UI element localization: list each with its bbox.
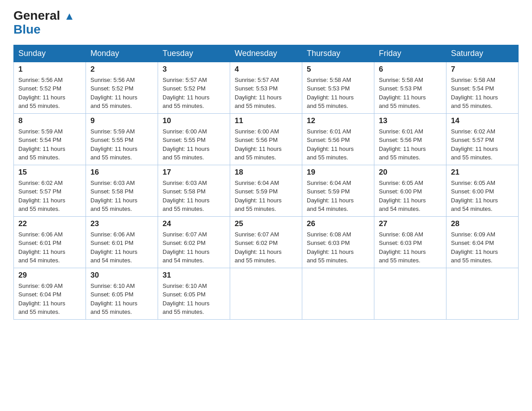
calendar-cell: 26 Sunrise: 6:08 AMSunset: 6:03 PMDaylig… <box>302 216 374 268</box>
logo-triangle-icon <box>64 12 74 21</box>
day-number: 23 <box>90 219 153 228</box>
day-number: 4 <box>235 65 297 74</box>
day-number: 24 <box>163 219 225 228</box>
week-row: 15 Sunrise: 6:02 AMSunset: 5:57 PMDaylig… <box>14 165 519 216</box>
calendar-cell: 21 Sunrise: 6:05 AMSunset: 6:00 PMDaylig… <box>446 165 519 216</box>
calendar-cell: 11 Sunrise: 6:00 AMSunset: 5:56 PMDaylig… <box>230 113 302 165</box>
day-header-sunday: Sunday <box>14 45 86 62</box>
calendar-cell: 2 Sunrise: 5:56 AMSunset: 5:52 PMDayligh… <box>86 62 158 113</box>
day-info: Sunrise: 5:57 AMSunset: 5:53 PMDaylight:… <box>235 77 282 110</box>
day-number: 20 <box>379 168 442 177</box>
day-info: Sunrise: 6:02 AMSunset: 5:57 PMDaylight:… <box>18 180 65 213</box>
day-info: Sunrise: 6:07 AMSunset: 6:02 PMDaylight:… <box>235 231 282 264</box>
day-info: Sunrise: 6:00 AMSunset: 5:56 PMDaylight:… <box>235 128 282 161</box>
calendar-cell: 14 Sunrise: 6:02 AMSunset: 5:57 PMDaylig… <box>446 113 519 165</box>
calendar-cell: 29 Sunrise: 6:09 AMSunset: 6:04 PMDaylig… <box>14 268 86 319</box>
calendar-cell: 16 Sunrise: 6:03 AMSunset: 5:58 PMDaylig… <box>86 165 158 216</box>
day-number: 9 <box>90 116 153 125</box>
day-info: Sunrise: 6:01 AMSunset: 5:56 PMDaylight:… <box>379 128 426 161</box>
calendar-cell: 9 Sunrise: 5:59 AMSunset: 5:55 PMDayligh… <box>86 113 158 165</box>
day-number: 26 <box>307 219 369 228</box>
day-info: Sunrise: 6:01 AMSunset: 5:56 PMDaylight:… <box>307 128 354 161</box>
week-row: 22 Sunrise: 6:06 AMSunset: 6:01 PMDaylig… <box>14 216 519 268</box>
calendar-cell: 8 Sunrise: 5:59 AMSunset: 5:54 PMDayligh… <box>14 113 86 165</box>
day-info: Sunrise: 6:09 AMSunset: 6:04 PMDaylight:… <box>18 283 65 316</box>
calendar-cell: 5 Sunrise: 5:58 AMSunset: 5:53 PMDayligh… <box>302 62 374 113</box>
day-info: Sunrise: 6:00 AMSunset: 5:55 PMDaylight:… <box>163 128 210 161</box>
day-info: Sunrise: 6:08 AMSunset: 6:03 PMDaylight:… <box>379 231 426 264</box>
logo-general-text: General <box>13 9 74 23</box>
day-info: Sunrise: 6:02 AMSunset: 5:57 PMDaylight:… <box>451 128 498 161</box>
day-number: 7 <box>451 65 514 74</box>
day-header-saturday: Saturday <box>446 45 519 62</box>
day-header-thursday: Thursday <box>302 45 374 62</box>
svg-marker-0 <box>66 13 73 20</box>
calendar-cell: 12 Sunrise: 6:01 AMSunset: 5:56 PMDaylig… <box>302 113 374 165</box>
day-number: 1 <box>18 65 81 74</box>
day-info: Sunrise: 6:10 AMSunset: 6:05 PMDaylight:… <box>90 283 137 316</box>
calendar-cell: 17 Sunrise: 6:03 AMSunset: 5:58 PMDaylig… <box>158 165 230 216</box>
day-number: 11 <box>235 116 297 125</box>
week-row: 8 Sunrise: 5:59 AMSunset: 5:54 PMDayligh… <box>14 113 519 165</box>
calendar-cell: 22 Sunrise: 6:06 AMSunset: 6:01 PMDaylig… <box>14 216 86 268</box>
day-info: Sunrise: 5:58 AMSunset: 5:53 PMDaylight:… <box>379 77 426 110</box>
day-info: Sunrise: 5:56 AMSunset: 5:52 PMDaylight:… <box>18 77 65 110</box>
calendar-cell: 10 Sunrise: 6:00 AMSunset: 5:55 PMDaylig… <box>158 113 230 165</box>
day-info: Sunrise: 6:03 AMSunset: 5:58 PMDaylight:… <box>163 180 210 213</box>
day-header-wednesday: Wednesday <box>230 45 302 62</box>
day-info: Sunrise: 6:09 AMSunset: 6:04 PMDaylight:… <box>451 231 498 264</box>
calendar-cell <box>446 268 519 319</box>
day-number: 2 <box>90 65 153 74</box>
calendar-cell: 30 Sunrise: 6:10 AMSunset: 6:05 PMDaylig… <box>86 268 158 319</box>
calendar-cell <box>374 268 446 319</box>
logo: General Blue <box>13 9 74 37</box>
calendar-cell: 15 Sunrise: 6:02 AMSunset: 5:57 PMDaylig… <box>14 165 86 216</box>
day-number: 22 <box>18 219 81 228</box>
calendar-cell <box>230 268 302 319</box>
calendar-cell: 23 Sunrise: 6:06 AMSunset: 6:01 PMDaylig… <box>86 216 158 268</box>
calendar-cell: 25 Sunrise: 6:07 AMSunset: 6:02 PMDaylig… <box>230 216 302 268</box>
calendar-cell: 24 Sunrise: 6:07 AMSunset: 6:02 PMDaylig… <box>158 216 230 268</box>
day-info: Sunrise: 6:07 AMSunset: 6:02 PMDaylight:… <box>163 231 210 264</box>
day-header-tuesday: Tuesday <box>158 45 230 62</box>
calendar-cell: 3 Sunrise: 5:57 AMSunset: 5:52 PMDayligh… <box>158 62 230 113</box>
day-number: 13 <box>379 116 442 125</box>
day-info: Sunrise: 6:05 AMSunset: 6:00 PMDaylight:… <box>379 180 426 213</box>
day-number: 27 <box>379 219 442 228</box>
calendar-cell: 1 Sunrise: 5:56 AMSunset: 5:52 PMDayligh… <box>14 62 86 113</box>
day-info: Sunrise: 6:05 AMSunset: 6:00 PMDaylight:… <box>451 180 498 213</box>
calendar-cell: 18 Sunrise: 6:04 AMSunset: 5:59 PMDaylig… <box>230 165 302 216</box>
day-info: Sunrise: 6:03 AMSunset: 5:58 PMDaylight:… <box>90 180 137 213</box>
day-info: Sunrise: 6:04 AMSunset: 5:59 PMDaylight:… <box>235 180 282 213</box>
day-number: 14 <box>451 116 514 125</box>
calendar-table: SundayMondayTuesdayWednesdayThursdayFrid… <box>13 45 519 320</box>
day-info: Sunrise: 5:57 AMSunset: 5:52 PMDaylight:… <box>163 77 210 110</box>
day-number: 25 <box>235 219 297 228</box>
day-info: Sunrise: 6:06 AMSunset: 6:01 PMDaylight:… <box>18 231 65 264</box>
day-number: 15 <box>18 168 81 177</box>
day-number: 31 <box>163 271 225 280</box>
day-number: 19 <box>307 168 369 177</box>
calendar-cell: 7 Sunrise: 5:58 AMSunset: 5:54 PMDayligh… <box>446 62 519 113</box>
day-info: Sunrise: 5:59 AMSunset: 5:55 PMDaylight:… <box>90 128 137 161</box>
day-number: 17 <box>163 168 225 177</box>
day-number: 6 <box>379 65 442 74</box>
day-number: 16 <box>90 168 153 177</box>
day-number: 5 <box>307 65 369 74</box>
day-number: 30 <box>90 271 153 280</box>
week-row: 29 Sunrise: 6:09 AMSunset: 6:04 PMDaylig… <box>14 268 519 319</box>
day-number: 18 <box>235 168 297 177</box>
header-row: SundayMondayTuesdayWednesdayThursdayFrid… <box>14 45 519 62</box>
day-info: Sunrise: 6:10 AMSunset: 6:05 PMDaylight:… <box>163 283 210 316</box>
calendar-cell: 28 Sunrise: 6:09 AMSunset: 6:04 PMDaylig… <box>446 216 519 268</box>
day-info: Sunrise: 5:58 AMSunset: 5:53 PMDaylight:… <box>307 77 354 110</box>
day-number: 21 <box>451 168 514 177</box>
day-info: Sunrise: 5:58 AMSunset: 5:54 PMDaylight:… <box>451 77 498 110</box>
day-info: Sunrise: 6:04 AMSunset: 5:59 PMDaylight:… <box>307 180 354 213</box>
day-number: 10 <box>163 116 225 125</box>
day-number: 12 <box>307 116 369 125</box>
day-number: 29 <box>18 271 81 280</box>
page-header: General Blue <box>13 9 519 37</box>
calendar-cell: 4 Sunrise: 5:57 AMSunset: 5:53 PMDayligh… <box>230 62 302 113</box>
day-number: 28 <box>451 219 514 228</box>
